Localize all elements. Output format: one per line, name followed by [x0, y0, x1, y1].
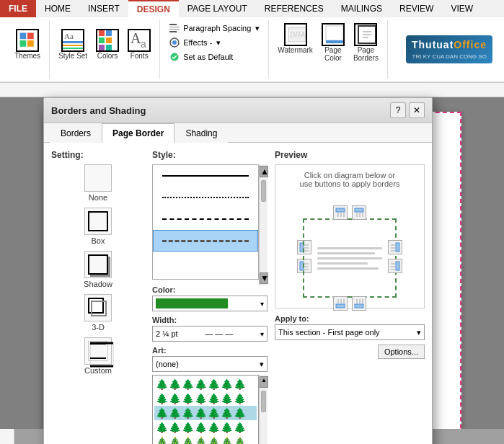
tree-row-2: 🌲🌲🌲🌲🌲🌲🌲 — [154, 391, 257, 406]
tab-page-layout[interactable]: PAGE LAYOUT — [179, 0, 256, 17]
art-scrollbar-up[interactable]: ▲ — [260, 376, 268, 388]
ruler-horizontal — [0, 83, 504, 97]
setting-label: Setting: — [51, 150, 145, 160]
themes-button[interactable]: Themes — [12, 27, 43, 61]
svg-rect-61 — [391, 250, 395, 252]
svg-rect-44 — [340, 213, 342, 217]
svg-rect-3 — [27, 40, 34, 47]
style-solid[interactable] — [153, 165, 258, 187]
tab-file[interactable]: FILE — [0, 0, 36, 17]
watermark-button[interactable]: DRAFT Watermark — [275, 22, 316, 63]
art-preview: 🌲🌲🌲🌲🌲🌲🌲 🌲🌲🌲🌲🌲🌲🌲 🌲🌲🌲🌲🌲🌲🌲 — [152, 375, 259, 444]
style-scrollbar[interactable]: ▲ ▼ — [259, 164, 268, 285]
tab-insert[interactable]: INSERT — [79, 0, 128, 17]
svg-rect-54 — [355, 304, 363, 308]
preview-area: Click on diagram below or use buttons to… — [275, 164, 425, 308]
tab-review[interactable]: REVIEW — [391, 0, 442, 17]
svg-rect-25 — [326, 26, 343, 40]
fonts-icon: A a — [128, 29, 151, 52]
setting-box-label: Box — [92, 236, 105, 245]
width-dropdown-arrow: ▾ — [260, 330, 264, 338]
setting-box[interactable]: Box — [51, 208, 145, 245]
style-dashed[interactable] — [153, 208, 258, 230]
preview-bottom-border-btn2[interactable] — [352, 296, 366, 311]
set-default-label: Set as Default — [183, 53, 233, 61]
ribbon-group-spacing: Paragraph Spacing ▾ Effects - ▾ Set as D… — [160, 20, 269, 79]
art-preview-content: 🌲🌲🌲🌲🌲🌲🌲 🌲🌲🌲🌲🌲🌲🌲 🌲🌲🌲🌲🌲🌲🌲 — [153, 376, 258, 444]
paragraph-spacing-button[interactable]: Paragraph Spacing ▾ — [166, 22, 262, 35]
effects-button[interactable]: Effects - ▾ — [166, 36, 262, 49]
none-icon-lines — [95, 171, 101, 185]
svg-rect-19 — [169, 31, 177, 32]
tab-mailings[interactable]: MAILINGS — [332, 0, 391, 17]
page-borders-button[interactable]: PageBorders — [350, 22, 381, 63]
apply-to-row: Apply to: This section - First page only… — [275, 314, 425, 359]
setting-3d[interactable]: 3-D — [51, 294, 145, 332]
width-select[interactable]: 2 ¼ pt — — — ▾ — [152, 326, 268, 342]
dialog-help-button[interactable]: ? — [390, 102, 406, 118]
setting-custom[interactable]: Custom — [51, 337, 145, 375]
fonts-button[interactable]: A a Fonts — [125, 27, 154, 61]
svg-rect-47 — [356, 213, 358, 217]
set-default-button[interactable]: Set as Default — [166, 50, 262, 63]
page-borders-label: PageBorders — [353, 46, 379, 62]
svg-rect-58 — [396, 243, 399, 252]
dialog-title-buttons: ? ✕ — [390, 102, 425, 118]
svg-rect-64 — [391, 266, 395, 267]
style-set-button[interactable]: Aa Style Set — [56, 27, 90, 61]
preview-right-border-btn2[interactable] — [388, 259, 402, 273]
style-list[interactable] — [152, 164, 259, 280]
svg-rect-1 — [27, 33, 34, 40]
preview-content-lines — [313, 243, 386, 274]
tab-shading[interactable]: Shading — [174, 123, 228, 143]
tab-design[interactable]: DESIGN — [128, 0, 179, 17]
svg-rect-17 — [169, 27, 180, 27]
tab-view[interactable]: VIEW — [442, 0, 482, 17]
svg-rect-7 — [63, 48, 83, 49]
dotted-line — [162, 197, 249, 198]
scrollbar-down[interactable]: ▼ — [260, 272, 268, 284]
tab-references[interactable]: REFERENCES — [256, 0, 332, 17]
color-dropdown-arrow: ▾ — [260, 300, 264, 308]
tab-home[interactable]: HOME — [36, 0, 79, 17]
apply-to-wrapper: This section - First page only ▾ — [275, 324, 425, 340]
tree-row-3: 🌲🌲🌲🌲🌲🌲🌲 — [154, 406, 257, 420]
art-scrollbar-thumb[interactable] — [261, 391, 266, 412]
options-button[interactable]: Options... — [378, 345, 425, 359]
set-default-icon — [169, 51, 180, 63]
watermark-label: Watermark — [278, 46, 313, 54]
color-select[interactable]: ▾ — [152, 296, 268, 311]
scrollbar-thumb[interactable] — [261, 180, 266, 202]
art-scrollbar[interactable]: ▲ ▼ — [259, 375, 268, 444]
svg-rect-18 — [169, 29, 180, 30]
style-dotted[interactable] — [153, 187, 258, 208]
style-dashdot[interactable] — [153, 230, 258, 252]
art-select[interactable]: (none) ▾ — [152, 356, 268, 372]
svg-rect-2 — [20, 40, 27, 47]
width-label: Width: — [152, 316, 268, 324]
width-value: 2 ¼ pt — [156, 329, 178, 338]
setting-shadow[interactable]: Shadow — [51, 251, 145, 288]
setting-column: Setting: None Box — [51, 150, 145, 444]
setting-3d-label: 3-D — [92, 323, 105, 332]
svg-rect-42 — [336, 208, 345, 212]
setting-none[interactable]: None — [51, 164, 145, 202]
logo-group: ThutuatOffice TRI KY CUA DAN CONG SO — [400, 20, 498, 79]
tab-page-border[interactable]: Page Border — [102, 123, 174, 143]
apply-to-select[interactable]: This section - First page only ▾ — [275, 324, 425, 340]
effects-label: Effects - — [183, 38, 212, 47]
svg-rect-26 — [326, 40, 343, 43]
preview-right-border-btn[interactable] — [388, 240, 402, 254]
scrollbar-up[interactable]: ▲ — [260, 166, 268, 177]
svg-rect-46 — [355, 208, 363, 212]
document-area: 3 4 5 6 7 8 9 10 11 12 13 14 15 16 17 — [0, 83, 504, 444]
preview-bottom-border-btn[interactable] — [333, 296, 348, 311]
dialog-close-button[interactable]: ✕ — [409, 102, 425, 118]
dialog-titlebar[interactable]: Borders and Shading ? ✕ — [44, 98, 432, 123]
page-color-button[interactable]: PageColor — [319, 22, 348, 63]
colors-button[interactable]: Colors — [93, 27, 122, 61]
color-label: Color: — [152, 285, 268, 294]
preview-top-border-btn[interactable] — [333, 205, 348, 220]
preview-top-border-btn2[interactable] — [352, 205, 366, 220]
tab-borders[interactable]: Borders — [50, 123, 102, 143]
